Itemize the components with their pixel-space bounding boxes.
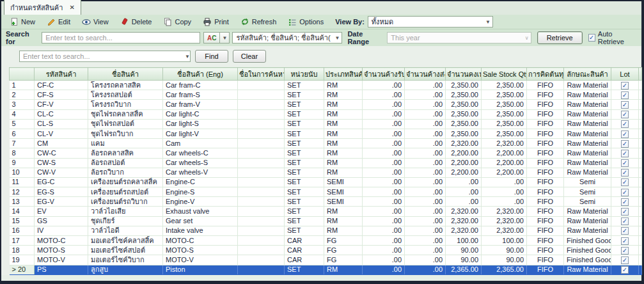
cell-sale-stock-qty[interactable]: 2,350.00	[482, 100, 527, 109]
cell-search-name[interactable]	[238, 158, 285, 168]
cell-qty-on-hand[interactable]: .00	[446, 197, 482, 207]
cell-qty-on-hand[interactable]: 2,200.00	[446, 158, 482, 168]
cell-costing-method[interactable]: FIFO	[527, 177, 564, 187]
cell-costing-method[interactable]: FIFO	[527, 187, 564, 197]
match-case-button[interactable]: AC	[203, 32, 220, 43]
column-header-lot[interactable]: Lot	[611, 68, 639, 81]
cell-search-name[interactable]	[238, 236, 285, 246]
lot-checkbox[interactable]: ✓	[621, 237, 629, 245]
cell-sale-stock-qty[interactable]: 2,365.00	[482, 265, 527, 274]
row-number-cell[interactable]: 7	[10, 139, 35, 148]
cell-code[interactable]: CL-V	[35, 129, 88, 138]
cell-search-name[interactable]	[238, 177, 285, 187]
cell-search-name[interactable]	[238, 100, 285, 109]
cell-item-category[interactable]: Finished Goods	[564, 255, 611, 265]
lot-checkbox[interactable]: ✓	[621, 130, 629, 138]
cell-item-type[interactable]: RM	[324, 100, 363, 109]
cell-name[interactable]: โครงรถคลาสสิค	[88, 81, 163, 90]
row-number-cell[interactable]: 15	[10, 216, 35, 226]
lot-checkbox[interactable]: ✓	[621, 82, 629, 90]
cell-unit[interactable]: SET	[285, 109, 324, 119]
cell-name-eng[interactable]: Car light-V	[163, 129, 238, 138]
retrieve-button[interactable]: Retrieve	[537, 31, 583, 44]
cell-item-type[interactable]: FG	[324, 246, 363, 255]
cell-qty-on-hand[interactable]: 2,350.00	[446, 100, 482, 109]
cell-name-eng[interactable]: Car wheels-S	[163, 158, 238, 168]
cell-costing-method[interactable]: FIFO	[527, 139, 564, 148]
table-row[interactable]: 5CL-Sชุดไฟรถสปอต์Car light-SSETRM.00.002…	[10, 119, 642, 129]
table-row[interactable]: > 20PSลูกสูบPistonSETRM.00.002,365.002,3…	[10, 265, 642, 274]
cell-qty-pending-ship[interactable]: .00	[405, 265, 446, 274]
cell-qty-pending-receive[interactable]: .00	[363, 148, 405, 158]
cell-search-name[interactable]	[238, 168, 285, 177]
cell-costing-method[interactable]: FIFO	[527, 197, 564, 207]
cell-name-eng[interactable]: MOTO-C	[163, 236, 238, 246]
cell-qty-on-hand[interactable]: 2,365.00	[446, 265, 482, 274]
cell-item-type[interactable]: RM	[324, 81, 363, 90]
cell-qty-pending-receive[interactable]: .00	[363, 187, 405, 197]
table-row[interactable]: 18MOTO-Sมอเตอร์ไซค์สปอต์MOTO-SCARFG.00.0…	[10, 246, 642, 255]
lot-checkbox[interactable]: ✓	[621, 189, 629, 196]
cell-item-category[interactable]: Raw Material	[564, 100, 611, 109]
search-input[interactable]	[42, 32, 200, 43]
cell-item-type[interactable]: RM	[324, 90, 363, 100]
cell-sale-stock-qty[interactable]: 90.00	[482, 246, 527, 255]
cell-unit[interactable]: CAR	[285, 255, 324, 265]
cell-code[interactable]: MOTO-S	[35, 246, 88, 255]
cell-item-type[interactable]: RM	[324, 129, 363, 138]
cell-name-eng[interactable]: Cam	[163, 139, 238, 148]
cell-unit[interactable]: SET	[285, 187, 324, 197]
cell-qty-pending-ship[interactable]: .00	[405, 129, 446, 138]
table-row[interactable]: 10CW-Vล้อรถวิบากCar wheels-VSETRM.00.002…	[10, 168, 642, 177]
cell-search-name[interactable]	[238, 129, 285, 138]
row-number-cell[interactable]: 17	[10, 236, 35, 246]
cell-qty-pending-receive[interactable]: .00	[363, 168, 405, 177]
copy-button[interactable]: Copy	[158, 15, 198, 28]
cell-qty-pending-receive[interactable]: .00	[363, 265, 405, 274]
cell-qty-pending-ship[interactable]: .00	[405, 246, 446, 255]
cell-item-type[interactable]: RM	[324, 265, 363, 274]
refresh-button[interactable]: Refresh	[235, 15, 283, 28]
edit-button[interactable]: Edit	[42, 15, 77, 28]
cell-name-eng[interactable]: MOTO-S	[163, 246, 238, 255]
cell-code[interactable]: IV	[35, 226, 88, 235]
cell-sale-stock-qty[interactable]: 2,200.00	[482, 158, 527, 168]
cell-qty-pending-receive[interactable]: .00	[363, 177, 405, 187]
cell-name-eng[interactable]: Car fram-C	[163, 81, 238, 90]
row-number-cell[interactable]: 12	[10, 187, 35, 197]
auto-retrieve-checkbox[interactable]: ✓	[588, 34, 595, 42]
cell-item-type[interactable]: RM	[324, 109, 363, 119]
cell-item-category[interactable]: Finished Goods	[564, 236, 611, 246]
lot-checkbox[interactable]: ✓	[621, 111, 629, 118]
row-number-cell[interactable]: 10	[10, 168, 35, 177]
cell-qty-on-hand[interactable]: 2,200.00	[446, 148, 482, 158]
cell-search-name[interactable]	[238, 265, 285, 274]
cell-item-type[interactable]: RM	[324, 158, 363, 168]
cell-name-eng[interactable]: Engine-S	[163, 187, 238, 197]
cell-unit[interactable]: SET	[285, 226, 324, 235]
cell-code[interactable]: EG-C	[35, 177, 88, 187]
lot-checkbox[interactable]: ✓	[621, 198, 629, 206]
cell-qty-pending-receive[interactable]: .00	[363, 90, 405, 100]
lot-checkbox[interactable]: ✓	[621, 227, 629, 235]
table-row[interactable]: 3CF-VโครงรถวิบากCar fram-VSETRM.00.002,3…	[10, 100, 642, 109]
cell-qty-on-hand[interactable]: 90.00	[446, 255, 482, 265]
cell-unit[interactable]: SET	[285, 148, 324, 158]
cell-qty-pending-ship[interactable]: .00	[405, 139, 446, 148]
cell-search-name[interactable]	[238, 109, 285, 119]
cell-search-name[interactable]	[238, 187, 285, 197]
lot-checkbox[interactable]: ✓	[621, 217, 629, 225]
cell-qty-on-hand[interactable]: .00	[446, 187, 482, 197]
cell-qty-pending-ship[interactable]: .00	[405, 177, 446, 187]
cell-code[interactable]: CF-V	[35, 100, 88, 109]
cell-qty-on-hand[interactable]: 2,350.00	[446, 119, 482, 129]
cell-qty-pending-ship[interactable]: .00	[405, 236, 446, 246]
cell-name-eng[interactable]: MOTO-V	[163, 255, 238, 265]
table-row[interactable]: 15GSชุดเกียร์Gear setSETRM.00.002,320.00…	[10, 216, 642, 226]
row-number-cell[interactable]: 2	[10, 90, 35, 100]
table-row[interactable]: 4CL-Cชุดไฟรถคลาสสิ้คCar light-CSETRM.00.…	[10, 109, 642, 119]
column-header-costing-method[interactable]: การคิดต้นทุน	[527, 68, 564, 81]
cell-code[interactable]: CW-S	[35, 158, 88, 168]
cell-code[interactable]: CF-S	[35, 90, 88, 100]
cell-qty-pending-ship[interactable]: .00	[405, 158, 446, 168]
